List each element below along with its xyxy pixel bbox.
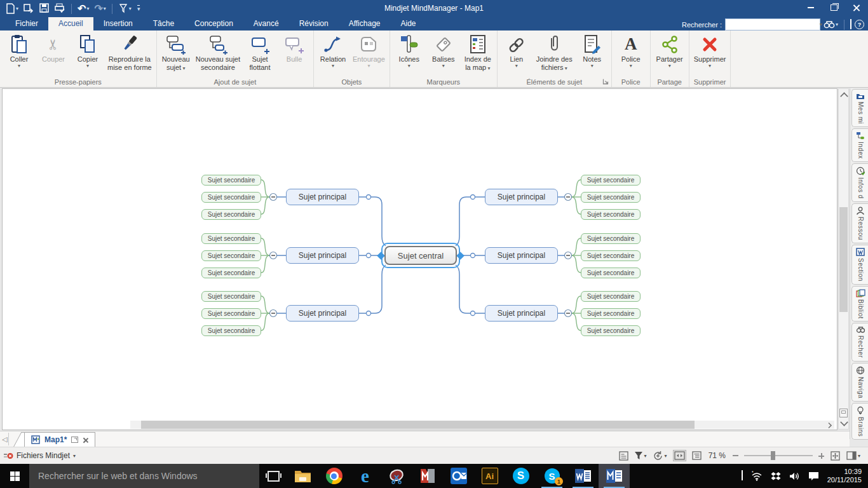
sidebar-tab-search[interactable]: Recher: [851, 323, 868, 361]
secondary-topic[interactable]: Sujet secondaire: [581, 250, 641, 261]
horizontal-scroll-thumb[interactable]: [141, 421, 695, 429]
task-view-button[interactable]: [259, 464, 287, 488]
link-button[interactable]: Lien ▾: [499, 32, 534, 69]
tab-accueil[interactable]: Accueil: [48, 17, 93, 30]
search-caret-icon[interactable]: ▾: [820, 19, 822, 30]
wifi-icon[interactable]: *: [751, 471, 763, 481]
scroll-down-icon[interactable]: [840, 418, 848, 426]
tags-button[interactable]: Balises ▾: [426, 32, 461, 69]
vertical-scroll-thumb[interactable]: [839, 207, 848, 312]
sidebar-tab-index[interactable]: Index: [851, 128, 868, 162]
secondary-topic[interactable]: Sujet secondaire: [581, 268, 641, 278]
secondary-topic[interactable]: Sujet secondaire: [581, 233, 641, 244]
tab-revision[interactable]: Révision: [289, 17, 339, 30]
outline-view-button[interactable]: [692, 451, 702, 460]
taskbar-word[interactable]: [567, 464, 599, 488]
taskbar-file-explorer[interactable]: [287, 464, 318, 488]
start-button[interactable]: [0, 464, 29, 488]
new-topic-button[interactable]: Nouveau sujet ▾: [159, 32, 193, 72]
format-painter-button[interactable]: Reproduire la mise en forme: [105, 32, 154, 72]
notes-button[interactable]: Notes ▾: [575, 32, 609, 69]
boundary-button[interactable]: Entourage ▾: [350, 32, 388, 69]
close-button[interactable]: [845, 0, 868, 15]
secondary-topic[interactable]: Sujet secondaire: [201, 308, 261, 319]
balance-map-button[interactable]: [673, 450, 686, 461]
sidebar-tab-sections[interactable]: Section: [851, 245, 868, 285]
main-topic[interactable]: Sujet principal: [286, 305, 359, 322]
secondary-topic[interactable]: Sujet secondaire: [201, 291, 261, 302]
taskbar-chrome[interactable]: [318, 464, 349, 488]
tab-tache[interactable]: Tâche: [143, 17, 184, 30]
sidebar-tab-library[interactable]: Bibliot: [851, 286, 868, 322]
filter-button[interactable]: ▾: [634, 451, 647, 460]
secondary-topic[interactable]: Sujet secondaire: [581, 325, 641, 336]
help-button[interactable]: ?: [855, 20, 864, 29]
main-topic[interactable]: Sujet principal: [286, 247, 359, 264]
taskbar-outlook[interactable]: [443, 464, 474, 488]
secondary-topic[interactable]: Sujet secondaire: [201, 192, 261, 203]
float-tab-icon[interactable]: [71, 437, 78, 443]
sidebar-tab-my-maps[interactable]: Mes mi: [851, 89, 868, 127]
tab-nav-left-icon[interactable]: ◁: [2, 435, 7, 444]
icons-button[interactable]: Icônes ▾: [392, 32, 426, 69]
taskbar-clock[interactable]: 10:39 20/11/2015: [827, 468, 862, 484]
sidebar-tab-resources[interactable]: Ressou: [851, 203, 868, 243]
tray-expand-button[interactable]: [742, 471, 743, 480]
attach-files-button[interactable]: Joindre des fichiers ▾: [534, 32, 575, 72]
close-tab-icon[interactable]: [83, 437, 88, 443]
copy-button[interactable]: Copier ▾: [71, 32, 105, 69]
delete-button[interactable]: Supprimer ▾: [691, 32, 729, 69]
tab-insertion[interactable]: Insertion: [93, 17, 143, 30]
tab-conception[interactable]: Conception: [184, 17, 243, 30]
zoom-out-button[interactable]: [733, 455, 738, 456]
font-button[interactable]: A Police ▾: [614, 32, 648, 69]
collapse-ribbon-button[interactable]: [850, 20, 851, 29]
tab-affichage[interactable]: Affichage: [339, 17, 391, 30]
restore-button[interactable]: [822, 0, 845, 15]
secondary-topic[interactable]: Sujet secondaire: [201, 175, 261, 186]
tab-avance[interactable]: Avancé: [243, 17, 289, 30]
show-notes-button[interactable]: [619, 451, 628, 461]
dropbox-icon[interactable]: [771, 471, 781, 481]
scroll-right-icon[interactable]: [826, 423, 832, 428]
taskbar-mindmanager-active[interactable]: [599, 464, 630, 488]
share-button[interactable]: Partager ▾: [653, 32, 687, 69]
taskbar-search[interactable]: Rechercher sur le web et dans Windows: [29, 464, 259, 488]
new-subtopic-button[interactable]: Nouveau sujet secondaire: [193, 32, 243, 72]
zoom-slider[interactable]: [744, 455, 813, 456]
secondary-topic[interactable]: Sujet secondaire: [581, 308, 641, 319]
map-index-button[interactable]: Index de la map ▾: [461, 32, 495, 72]
find-button[interactable]: ▾: [824, 20, 838, 29]
zoom-in-button[interactable]: [818, 453, 824, 459]
secondary-topic[interactable]: Sujet secondaire: [201, 268, 261, 278]
vertical-scrollbar[interactable]: [838, 88, 849, 430]
central-topic[interactable]: Sujet central: [381, 243, 460, 268]
cut-button[interactable]: ✂ Couper: [36, 32, 71, 64]
floating-topic-button[interactable]: Sujet flottant: [243, 32, 277, 72]
mindjet-files-menu[interactable]: Fichiers Mindjet ▾: [0, 451, 76, 460]
main-topic[interactable]: Sujet principal: [485, 247, 558, 264]
zoom-slider-handle[interactable]: [771, 451, 775, 460]
paste-button[interactable]: Coller ▾: [2, 32, 36, 69]
callout-button[interactable]: Bulle: [277, 32, 311, 64]
secondary-topic[interactable]: Sujet secondaire: [201, 250, 261, 261]
secondary-topic[interactable]: Sujet secondaire: [201, 209, 261, 220]
fit-map-button[interactable]: [830, 451, 841, 461]
sidebar-tab-task-info[interactable]: Infos d: [851, 163, 868, 202]
scroll-up-icon[interactable]: [840, 92, 848, 100]
taskbar-skype[interactable]: S: [505, 464, 536, 488]
main-topic[interactable]: Sujet principal: [286, 189, 359, 205]
secondary-topic[interactable]: Sujet secondaire: [201, 325, 261, 336]
action-center-icon[interactable]: [808, 471, 819, 481]
tab-fichier[interactable]: Fichier: [5, 17, 48, 30]
sidebar-tab-browser[interactable]: Naviga: [851, 363, 868, 402]
taskbar-snipping-tool[interactable]: [381, 464, 412, 488]
document-tab-map1[interactable]: Map1*: [24, 432, 95, 447]
refresh-button[interactable]: ▾: [653, 451, 667, 461]
search-input[interactable]: [726, 19, 820, 29]
secondary-topic[interactable]: Sujet secondaire: [581, 192, 641, 203]
panel-layout-button[interactable]: ▾: [846, 451, 860, 460]
main-topic[interactable]: Sujet principal: [485, 305, 558, 322]
relation-button[interactable]: Relation ▾: [316, 32, 350, 69]
main-topic[interactable]: Sujet principal: [485, 189, 558, 205]
